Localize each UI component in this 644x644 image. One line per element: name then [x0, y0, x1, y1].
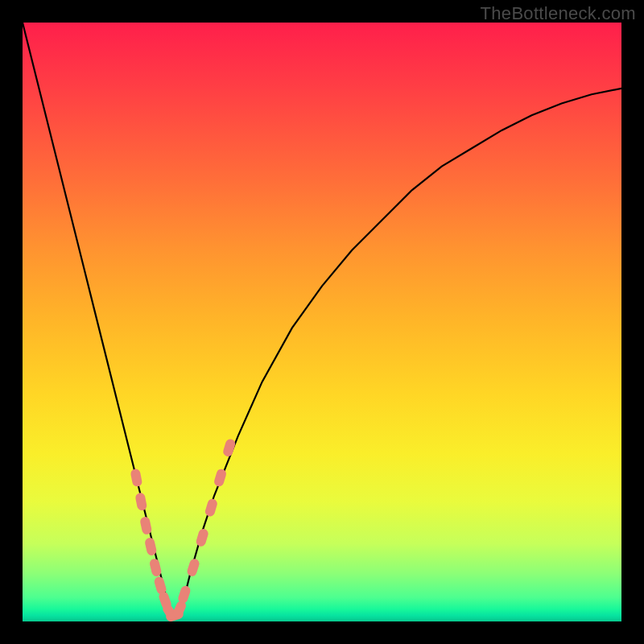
marker — [222, 438, 237, 458]
watermark-text: TheBottleneck.com — [481, 3, 636, 24]
marker — [130, 468, 142, 487]
plot-area — [23, 23, 621, 621]
marker — [195, 528, 209, 548]
marker-group — [130, 438, 236, 621]
marker — [139, 516, 152, 535]
bottleneck-curve — [23, 23, 621, 616]
marker — [204, 497, 218, 518]
chart-svg — [23, 23, 621, 621]
marker — [144, 537, 158, 556]
marker — [213, 468, 228, 488]
chart-stage: TheBottleneck.com — [0, 0, 644, 644]
marker — [134, 492, 147, 511]
marker — [149, 558, 163, 577]
marker — [186, 558, 200, 578]
